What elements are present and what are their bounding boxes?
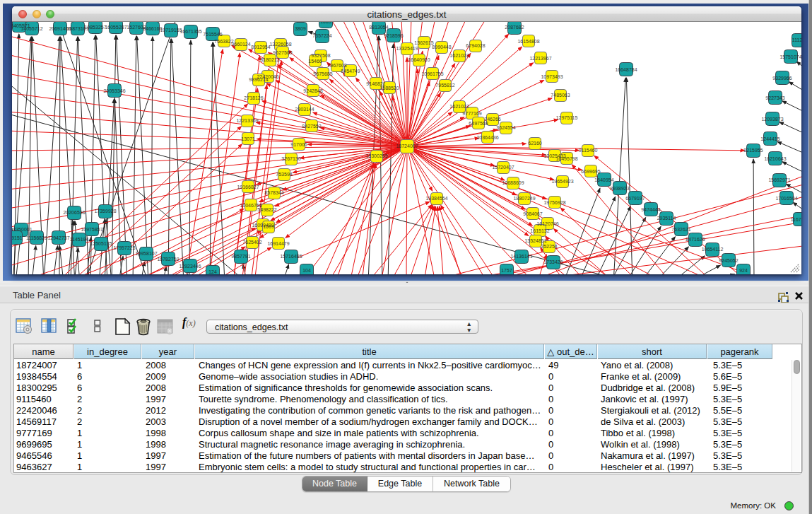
svg-text:9329966: 9329966 bbox=[772, 76, 792, 81]
svg-text:17016504: 17016504 bbox=[775, 196, 797, 201]
svg-text:3809: 3809 bbox=[295, 26, 306, 31]
svg-text:917006: 917006 bbox=[290, 142, 307, 147]
svg-text:1621022: 1621022 bbox=[449, 104, 469, 109]
svg-text:1757: 1757 bbox=[501, 268, 512, 273]
svg-text:18807249: 18807249 bbox=[513, 196, 535, 201]
svg-text:10961755: 10961755 bbox=[421, 71, 443, 76]
svg-text:15720407: 15720407 bbox=[492, 165, 514, 170]
svg-text:11121: 11121 bbox=[792, 37, 801, 42]
svg-text:2935114: 2935114 bbox=[657, 216, 676, 221]
svg-text:16154808: 16154808 bbox=[517, 39, 539, 44]
svg-text:12213967: 12213967 bbox=[529, 56, 551, 61]
svg-text:15692971: 15692971 bbox=[768, 177, 790, 182]
svg-text:18724007: 18724007 bbox=[396, 144, 418, 148]
svg-text:2967608: 2967608 bbox=[327, 63, 346, 68]
svg-text:14055712: 14055712 bbox=[20, 26, 42, 31]
svg-text:1621022: 1621022 bbox=[449, 53, 469, 58]
svg-text:16782759: 16782759 bbox=[157, 257, 179, 262]
svg-text:12093873: 12093873 bbox=[761, 117, 783, 122]
svg-text:16914479: 16914479 bbox=[267, 241, 289, 246]
svg-text:16640910: 16640910 bbox=[408, 57, 430, 62]
svg-text:16210643: 16210643 bbox=[764, 156, 786, 161]
svg-text:12942737: 12942737 bbox=[47, 235, 69, 240]
svg-text:9218596: 9218596 bbox=[384, 33, 403, 38]
svg-text:14136141: 14136141 bbox=[510, 254, 532, 259]
svg-text:1640954: 1640954 bbox=[594, 177, 613, 182]
svg-text:12505135: 12505135 bbox=[90, 241, 112, 246]
svg-text:7632621: 7632621 bbox=[671, 227, 690, 232]
svg-text:104: 104 bbox=[302, 268, 311, 273]
svg-text:1683: 1683 bbox=[320, 22, 331, 24]
svg-text:3267130: 3267130 bbox=[281, 156, 300, 161]
svg-text:12975115: 12975115 bbox=[556, 115, 578, 120]
svg-text:10719155: 10719155 bbox=[160, 28, 182, 33]
svg-text:10975857: 10975857 bbox=[81, 227, 102, 232]
svg-text:17957223: 17957223 bbox=[113, 245, 135, 250]
svg-text:18350001: 18350001 bbox=[12, 227, 33, 232]
svg-text:8938923: 8938923 bbox=[610, 186, 629, 191]
svg-text:9474444: 9474444 bbox=[641, 207, 660, 212]
svg-text:753594: 753594 bbox=[276, 172, 292, 177]
svg-text:252254: 252254 bbox=[541, 244, 557, 249]
svg-text:1362615: 1362615 bbox=[414, 40, 433, 45]
svg-text:6679197: 6679197 bbox=[625, 196, 645, 201]
svg-text:5498222: 5498222 bbox=[257, 207, 276, 212]
svg-text:3624554: 3624554 bbox=[496, 125, 515, 130]
svg-text:16648784: 16648784 bbox=[615, 67, 637, 72]
svg-text:13071: 13071 bbox=[241, 136, 255, 141]
svg-text:9227343: 9227343 bbox=[765, 95, 784, 100]
svg-text:1244415: 1244415 bbox=[760, 136, 779, 141]
svg-text:15466: 15466 bbox=[308, 59, 322, 64]
svg-text:8180212: 8180212 bbox=[260, 57, 279, 62]
svg-text:9627509: 9627509 bbox=[273, 50, 292, 55]
svg-text:8912954: 8912954 bbox=[251, 45, 270, 49]
svg-text:2718126: 2718126 bbox=[244, 95, 263, 100]
svg-text:2803144: 2803144 bbox=[295, 107, 314, 112]
svg-text:20053346: 20053346 bbox=[103, 88, 125, 93]
svg-text:19166827: 19166827 bbox=[237, 185, 259, 189]
svg-text:5675685: 5675685 bbox=[313, 71, 332, 76]
svg-text:12213369: 12213369 bbox=[236, 118, 258, 123]
svg-text:8990448: 8990448 bbox=[432, 45, 451, 49]
svg-text:18300295: 18300295 bbox=[365, 153, 387, 158]
svg-text:15716485: 15716485 bbox=[280, 254, 302, 259]
svg-text:7357224: 7357224 bbox=[312, 33, 331, 38]
svg-text:10654112: 10654112 bbox=[702, 247, 724, 252]
svg-text:8215955: 8215955 bbox=[743, 148, 763, 153]
svg-text:7625402: 7625402 bbox=[242, 240, 261, 245]
svg-text:124: 124 bbox=[208, 269, 217, 274]
svg-text:9857791: 9857791 bbox=[231, 254, 250, 259]
svg-text:16671355: 16671355 bbox=[180, 29, 201, 34]
svg-text:62160: 62160 bbox=[528, 141, 542, 146]
svg-text:8427552: 8427552 bbox=[302, 124, 321, 129]
svg-text:19756928: 19756928 bbox=[543, 200, 565, 205]
svg-text:10853257: 10853257 bbox=[84, 25, 106, 30]
svg-text:1733426: 1733426 bbox=[543, 259, 563, 264]
svg-text:16055287: 16055287 bbox=[105, 25, 126, 30]
svg-text:9115460: 9115460 bbox=[579, 148, 598, 153]
svg-text:6497568: 6497568 bbox=[469, 121, 488, 126]
svg-text:924: 924 bbox=[739, 268, 748, 273]
svg-text:39151: 39151 bbox=[12, 235, 23, 240]
svg-text:13325419: 13325419 bbox=[396, 46, 418, 51]
svg-text:7485063: 7485063 bbox=[551, 93, 570, 98]
svg-text:9242848: 9242848 bbox=[303, 88, 322, 93]
svg-text:9660124: 9660124 bbox=[231, 42, 250, 47]
svg-text:9327508: 9327508 bbox=[311, 53, 330, 58]
svg-text:7955812: 7955812 bbox=[435, 83, 454, 88]
svg-text:16120746: 16120746 bbox=[536, 221, 558, 226]
svg-text:2087682: 2087682 bbox=[505, 25, 524, 30]
svg-text:9777169: 9777169 bbox=[462, 111, 481, 116]
svg-text:1167533: 1167533 bbox=[791, 217, 801, 222]
svg-text:9896214: 9896214 bbox=[249, 77, 268, 82]
svg-text:11156829: 11156829 bbox=[26, 235, 47, 240]
svg-text:16495798: 16495798 bbox=[555, 156, 577, 161]
svg-text:17359928: 17359928 bbox=[94, 209, 116, 214]
svg-text:19654923: 19654923 bbox=[551, 179, 573, 184]
svg-text:8471626: 8471626 bbox=[686, 237, 705, 242]
svg-text:7515546: 7515546 bbox=[203, 32, 222, 37]
svg-text:1609: 1609 bbox=[263, 224, 274, 229]
svg-text:10973493: 10973493 bbox=[541, 74, 563, 79]
svg-text:12923446: 12923446 bbox=[179, 264, 201, 269]
svg-text:15751074: 15751074 bbox=[779, 54, 801, 59]
